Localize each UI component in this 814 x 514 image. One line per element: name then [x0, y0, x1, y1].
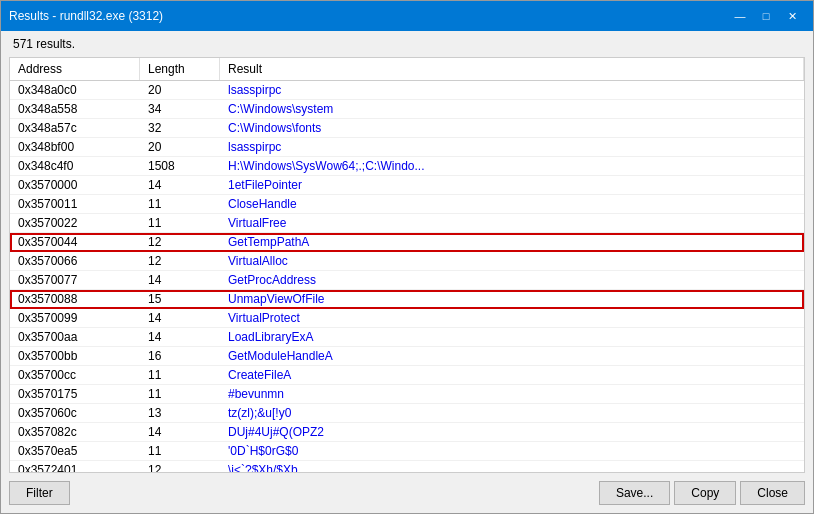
cell-result: \j<`?$Xh/$Xb	[220, 461, 804, 472]
cell-address: 0x348bf00	[10, 138, 140, 156]
table-row[interactable]: 0x357004412GetTempPathA	[10, 233, 804, 252]
cell-result: '0D`H$0rG$0	[220, 442, 804, 460]
cell-result: C:\Windows\system	[220, 100, 804, 118]
cell-address: 0x348c4f0	[10, 157, 140, 175]
title-bar-controls: — □ ✕	[727, 6, 805, 26]
cell-length: 34	[140, 100, 220, 118]
cell-result: LoadLibraryExA	[220, 328, 804, 346]
cell-result: GetTempPathA	[220, 233, 804, 251]
table-row[interactable]: 0x35700bb16GetModuleHandleA	[10, 347, 804, 366]
table-row[interactable]: 0x357002211VirtualFree	[10, 214, 804, 233]
table-row[interactable]: 0x348c4f01508H:\Windows\SysWow64;.;C:\Wi…	[10, 157, 804, 176]
title-bar: Results - rundll32.exe (3312) — □ ✕	[1, 1, 813, 31]
cell-length: 20	[140, 81, 220, 99]
cell-result: CloseHandle	[220, 195, 804, 213]
cell-result: 1etFilePointer	[220, 176, 804, 194]
table-row[interactable]: 0x357001111CloseHandle	[10, 195, 804, 214]
header-result: Result	[220, 58, 804, 80]
table-row[interactable]: 0x357009914VirtualProtect	[10, 309, 804, 328]
cell-result: GetModuleHandleA	[220, 347, 804, 365]
cell-address: 0x348a57c	[10, 119, 140, 137]
cell-address: 0x3570175	[10, 385, 140, 403]
cell-result: GetProcAddress	[220, 271, 804, 289]
cell-length: 14	[140, 423, 220, 441]
table-row[interactable]: 0x348bf0020lsasspirpc	[10, 138, 804, 157]
cell-result: VirtualFree	[220, 214, 804, 232]
header-length: Length	[140, 58, 220, 80]
header-address: Address	[10, 58, 140, 80]
table-row[interactable]: 0x348a0c020lsasspirpc	[10, 81, 804, 100]
close-button[interactable]: Close	[740, 481, 805, 505]
cell-length: 12	[140, 252, 220, 270]
cell-result: DUj#4Uj#Q(OPZ2	[220, 423, 804, 441]
copy-button[interactable]: Copy	[674, 481, 736, 505]
maximize-button[interactable]: □	[753, 6, 779, 26]
table-row[interactable]: 0x35700cc11CreateFileA	[10, 366, 804, 385]
cell-length: 14	[140, 176, 220, 194]
cell-address: 0x3570077	[10, 271, 140, 289]
bottom-bar: Filter Save... Copy Close	[1, 473, 813, 513]
cell-address: 0x3570ea5	[10, 442, 140, 460]
table-row[interactable]: 0x3570ea511'0D`H$0rG$0	[10, 442, 804, 461]
cell-result: H:\Windows\SysWow64;.;C:\Windo...	[220, 157, 804, 175]
table-row[interactable]: 0x357007714GetProcAddress	[10, 271, 804, 290]
save-button[interactable]: Save...	[599, 481, 670, 505]
cell-length: 11	[140, 366, 220, 384]
table-row[interactable]: 0x348a55834C:\Windows\system	[10, 100, 804, 119]
table-row[interactable]: 0x357060c13tz(zl);&u[!y0	[10, 404, 804, 423]
cell-length: 11	[140, 214, 220, 232]
filter-button[interactable]: Filter	[9, 481, 70, 505]
cell-address: 0x3570022	[10, 214, 140, 232]
table-row[interactable]: 0x357006612VirtualAlloc	[10, 252, 804, 271]
cell-length: 11	[140, 385, 220, 403]
cell-address: 0x3570044	[10, 233, 140, 251]
cell-result: VirtualAlloc	[220, 252, 804, 270]
table-row[interactable]: 0x357082c14DUj#4Uj#Q(OPZ2	[10, 423, 804, 442]
minimize-button[interactable]: —	[727, 6, 753, 26]
window-title: Results - rundll32.exe (3312)	[9, 9, 163, 23]
cell-length: 11	[140, 442, 220, 460]
bottom-right-buttons: Save... Copy Close	[599, 481, 805, 505]
table-header: Address Length Result	[10, 58, 804, 81]
cell-length: 12	[140, 461, 220, 472]
table-row[interactable]: 0x357240112\j<`?$Xh/$Xb	[10, 461, 804, 472]
cell-address: 0x357060c	[10, 404, 140, 422]
table-body[interactable]: 0x348a0c020lsasspirpc0x348a55834C:\Windo…	[10, 81, 804, 472]
cell-result: VirtualProtect	[220, 309, 804, 327]
table-row[interactable]: 0x357017511#bevunmn	[10, 385, 804, 404]
cell-result: CreateFileA	[220, 366, 804, 384]
cell-length: 14	[140, 309, 220, 327]
table-row[interactable]: 0x35700aa14LoadLibraryExA	[10, 328, 804, 347]
cell-length: 15	[140, 290, 220, 308]
cell-address: 0x3572401	[10, 461, 140, 472]
cell-address: 0x3570000	[10, 176, 140, 194]
window-close-button[interactable]: ✕	[779, 6, 805, 26]
table-row[interactable]: 0x348a57c32C:\Windows\fonts	[10, 119, 804, 138]
cell-result: UnmapViewOfFile	[220, 290, 804, 308]
table-row[interactable]: 0x357008815UnmapViewOfFile	[10, 290, 804, 309]
cell-address: 0x3570088	[10, 290, 140, 308]
cell-address: 0x3570066	[10, 252, 140, 270]
main-window: Results - rundll32.exe (3312) — □ ✕ 571 …	[0, 0, 814, 514]
cell-length: 14	[140, 328, 220, 346]
cell-length: 14	[140, 271, 220, 289]
cell-address: 0x35700bb	[10, 347, 140, 365]
table-row[interactable]: 0x3570000141etFilePointer	[10, 176, 804, 195]
cell-result: lsasspirpc	[220, 138, 804, 156]
cell-length: 32	[140, 119, 220, 137]
results-count: 571 results.	[1, 31, 813, 57]
cell-address: 0x35700cc	[10, 366, 140, 384]
cell-result: #bevunmn	[220, 385, 804, 403]
cell-address: 0x35700aa	[10, 328, 140, 346]
cell-result: lsasspirpc	[220, 81, 804, 99]
cell-length: 16	[140, 347, 220, 365]
cell-address: 0x3570011	[10, 195, 140, 213]
cell-result: C:\Windows\fonts	[220, 119, 804, 137]
cell-address: 0x348a558	[10, 100, 140, 118]
cell-address: 0x357082c	[10, 423, 140, 441]
cell-result: tz(zl);&u[!y0	[220, 404, 804, 422]
cell-length: 20	[140, 138, 220, 156]
bottom-left-buttons: Filter	[9, 481, 70, 505]
cell-length: 13	[140, 404, 220, 422]
cell-address: 0x348a0c0	[10, 81, 140, 99]
